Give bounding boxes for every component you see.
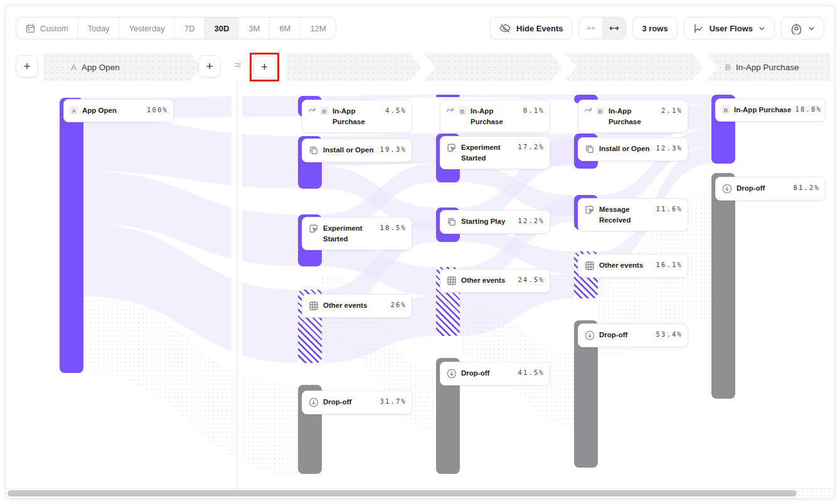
steps-header: + A App Open + ≈ + B In-App Purchase [6, 53, 834, 81]
node-card-install-or-open[interactable]: Install or Open12.3% [578, 137, 688, 161]
dropoff-icon [446, 368, 457, 379]
sankey-bar-drop-off[interactable] [711, 173, 735, 399]
horizontal-scrollbar-track[interactable] [6, 488, 834, 498]
layers-icon [446, 216, 457, 228]
dropoff-icon [721, 183, 733, 194]
node-percent: 2.1% [661, 106, 683, 114]
node-percent: 81.2% [793, 183, 820, 191]
node-card-experiment-started[interactable]: Experiment Started18.5% [302, 217, 412, 250]
grid-icon [308, 300, 319, 312]
horizontal-scrollbar-thumb[interactable] [8, 490, 797, 496]
node-percent: 0.1% [523, 106, 545, 114]
step-b-label: In-App Purchase [736, 63, 799, 72]
node-label: Experiment Started [461, 142, 510, 163]
node-card-other-events[interactable]: Other events24.5% [440, 269, 550, 293]
node-label: Install or Open [323, 145, 376, 155]
report-canvas: CustomTodayYesterday7D30D3M6M12M Hide Ev… [5, 5, 835, 499]
dropoff-icon [584, 330, 595, 341]
node-percent: 53.4% [656, 330, 683, 338]
click-icon [308, 223, 319, 234]
node-card-other-events[interactable]: Other events16.1% [578, 254, 688, 278]
step-a-band[interactable]: A App Open [43, 53, 201, 81]
node-percent: 18.5% [380, 223, 407, 231]
flow-column-band-3[interactable] [565, 53, 703, 81]
node-percent: 12.2% [518, 216, 545, 224]
node-label: App Open [82, 105, 143, 116]
flow-column-band-1[interactable] [286, 53, 421, 81]
click-icon [446, 142, 457, 154]
node-card-app-open[interactable]: AApp Open100% [63, 99, 174, 122]
node-card-in-app-purchase[interactable]: BIn-App Purchase18.8% [715, 98, 826, 122]
node-card-starting-play[interactable]: Starting Play12.2% [440, 210, 550, 234]
node-card-drop-off[interactable]: Drop-off31.7% [302, 391, 412, 414]
trend-arrow-icon [308, 106, 316, 114]
node-label: Other events [461, 275, 514, 286]
step-badge: B [721, 105, 730, 114]
step-b-band[interactable]: B In-App Purchase [706, 53, 831, 81]
step-badge: A [70, 106, 78, 115]
step-badge: B [320, 107, 329, 115]
sankey-bar-in-app-purchase[interactable] [436, 95, 460, 97]
node-card-in-app-purchase[interactable]: BIn-App Purchase4.5% [302, 100, 412, 133]
trend-arrow-icon [446, 106, 454, 114]
node-label: In-App Purchase [734, 105, 791, 115]
node-percent: 31.7% [380, 397, 407, 405]
annotation-highlight-box: + [250, 53, 279, 81]
node-card-install-or-open[interactable]: Install or Open19.3% [302, 139, 412, 162]
dropoff-icon [308, 397, 319, 408]
node-percent: 41.5% [518, 368, 545, 376]
trend-arrow-icon [584, 106, 592, 114]
grid-icon [584, 260, 595, 271]
add-step-middle-button[interactable]: + [253, 56, 276, 78]
pane-divider [237, 81, 237, 490]
node-card-drop-off[interactable]: Drop-off81.2% [715, 177, 826, 201]
node-card-in-app-purchase[interactable]: BIn-App Purchase0.1% [440, 100, 550, 133]
node-percent: 26% [390, 300, 407, 308]
add-step-after-a-button[interactable]: + [198, 55, 221, 78]
node-percent: 18.8% [795, 105, 822, 113]
grid-icon [446, 275, 457, 286]
node-card-drop-off[interactable]: Drop-off41.5% [440, 362, 550, 386]
node-label: Message Received [599, 204, 648, 225]
node-label: In-App Purchase [471, 106, 519, 127]
node-percent: 19.3% [380, 145, 407, 153]
step-b-badge: B [725, 63, 731, 72]
layers-icon [308, 145, 319, 156]
flow-column-band-2[interactable] [424, 53, 562, 81]
node-card-in-app-purchase[interactable]: BIn-App Purchase2.1% [578, 100, 688, 133]
node-percent: 16.1% [656, 260, 683, 268]
node-label: Other events [599, 260, 652, 271]
node-percent: 24.5% [518, 275, 545, 283]
node-percent: 4.5% [385, 106, 407, 114]
sankey-bar-app-open[interactable] [60, 98, 83, 373]
step-badge: B [596, 107, 605, 115]
node-label: Other events [323, 300, 386, 311]
node-card-message-received[interactable]: Message Received11.6% [578, 198, 688, 231]
step-a-badge: A [71, 63, 77, 72]
node-label: Starting Play [461, 216, 514, 227]
node-percent: 12.3% [656, 144, 683, 152]
step-badge: B [458, 107, 467, 115]
step-a-label: App Open [82, 63, 120, 72]
add-step-start-button[interactable]: + [16, 55, 38, 78]
click-icon [584, 204, 595, 216]
node-card-drop-off[interactable]: Drop-off53.4% [578, 323, 688, 347]
node-label: Drop-off [461, 368, 514, 379]
layers-icon [584, 144, 595, 155]
node-percent: 17.2% [518, 142, 545, 150]
node-percent: 100% [147, 105, 168, 113]
node-label: In-App Purchase [609, 106, 657, 127]
approx-indicator: ≈ [231, 58, 244, 72]
node-percent: 11.6% [656, 204, 683, 213]
node-card-experiment-started[interactable]: Experiment Started17.2% [440, 136, 550, 169]
node-label: Drop-off [323, 397, 376, 407]
node-label: Drop-off [599, 330, 652, 340]
node-label: Drop-off [736, 183, 789, 194]
node-label: Experiment Started [323, 223, 372, 244]
node-label: In-App Purchase [332, 106, 381, 127]
node-card-other-events[interactable]: Other events26% [302, 294, 412, 318]
node-label: Install or Open [599, 144, 652, 154]
